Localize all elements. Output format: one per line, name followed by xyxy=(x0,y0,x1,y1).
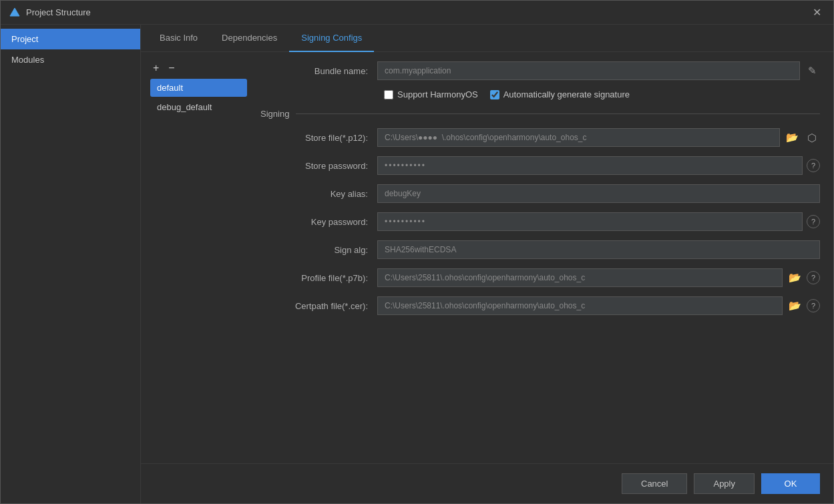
help-profile-file-button[interactable]: ? xyxy=(807,271,820,284)
tab-basic-info[interactable]: Basic Info xyxy=(148,25,210,52)
panel-content: + − default debug_default xyxy=(141,52,833,463)
auto-signature-input[interactable] xyxy=(490,90,499,99)
sidebar: Project Modules xyxy=(1,25,141,503)
key-password-row: Key password: ? xyxy=(260,212,820,231)
store-password-input[interactable] xyxy=(377,156,803,175)
sidebar-item-project[interactable]: Project xyxy=(1,29,140,49)
help-certpath-file-button[interactable]: ? xyxy=(807,299,820,312)
help-key-password-button[interactable]: ? xyxy=(807,215,820,228)
sign-alg-label: Sign alg: xyxy=(260,245,377,255)
tab-dependencies[interactable]: Dependencies xyxy=(210,25,289,52)
ok-button[interactable]: OK xyxy=(761,473,820,494)
close-button[interactable]: ✕ xyxy=(809,5,825,20)
key-alias-row: Key alias: xyxy=(260,184,820,203)
profile-file-row: Profile file(*.p7b): 📂 ? xyxy=(260,268,820,287)
svg-marker-0 xyxy=(10,8,19,16)
key-alias-field xyxy=(377,184,820,203)
config-list: default debug_default xyxy=(150,79,247,116)
config-list-area: + − default debug_default xyxy=(150,61,247,454)
config-item-debug-default[interactable]: debug_default xyxy=(150,98,247,116)
config-details: Bundle name: ✎ xyxy=(247,61,820,454)
config-list-header: + − xyxy=(150,61,247,75)
auto-signature-checkbox[interactable]: Automatically generate signature xyxy=(490,89,630,99)
store-password-field: ? xyxy=(377,156,820,175)
key-alias-input[interactable] xyxy=(377,184,820,203)
profile-file-label: Profile file(*.p7b): xyxy=(260,273,377,283)
bundle-name-input[interactable] xyxy=(377,61,800,80)
store-file-field: 📂 ⬡ xyxy=(377,128,820,147)
key-alias-label: Key alias: xyxy=(260,189,377,199)
certpath-file-input[interactable] xyxy=(377,296,783,315)
store-file-label: Store file(*.p12): xyxy=(260,133,377,143)
right-panel: Basic Info Dependencies Signing Configs … xyxy=(141,25,833,503)
signing-divider: Signing xyxy=(260,109,820,119)
bundle-name-field: ✎ xyxy=(377,61,820,80)
checkboxes-row: Support HarmonyOS Automatically generate… xyxy=(260,89,820,99)
profile-file-input[interactable] xyxy=(377,268,783,287)
store-file-row: Store file(*.p12): 📂 ⬡ xyxy=(260,128,820,147)
browse-store-file-button[interactable]: 📂 xyxy=(784,128,800,147)
key-password-field: ? xyxy=(377,212,820,231)
browse-certpath-file-button[interactable]: 📂 xyxy=(787,296,803,315)
main-content: Project Modules Basic Info Dependencies … xyxy=(1,25,833,503)
cancel-button[interactable]: Cancel xyxy=(622,473,687,494)
support-harmonyos-input[interactable] xyxy=(384,90,393,99)
app-logo-icon xyxy=(9,7,21,19)
add-config-button[interactable]: + xyxy=(150,61,162,75)
sign-alg-input[interactable] xyxy=(377,240,820,259)
project-structure-dialog: Project Structure ✕ Project Modules Basi… xyxy=(0,0,834,504)
browse-profile-file-button[interactable]: 📂 xyxy=(787,268,803,287)
title-left: Project Structure xyxy=(9,7,91,19)
config-layout: + − default debug_default xyxy=(150,61,820,454)
sidebar-item-modules[interactable]: Modules xyxy=(1,49,140,70)
profile-file-field: 📂 ? xyxy=(377,268,820,287)
dialog-footer: Cancel Apply OK xyxy=(141,463,833,503)
support-harmonyos-checkbox[interactable]: Support HarmonyOS xyxy=(384,89,478,99)
config-item-default[interactable]: default xyxy=(150,79,247,97)
checkbox-row: Support HarmonyOS Automatically generate… xyxy=(377,89,630,99)
edit-bundle-name-button[interactable]: ✎ xyxy=(804,61,820,80)
certpath-file-label: Certpath file(*.cer): xyxy=(260,301,377,311)
title-bar: Project Structure ✕ xyxy=(1,1,833,25)
key-password-input[interactable] xyxy=(377,212,803,231)
store-file-input[interactable] xyxy=(377,128,780,147)
divider-line xyxy=(296,113,820,114)
remove-config-button[interactable]: − xyxy=(166,61,177,75)
apply-button[interactable]: Apply xyxy=(694,473,755,494)
bundle-name-row: Bundle name: ✎ xyxy=(260,61,820,80)
key-password-label: Key password: xyxy=(260,217,377,227)
tab-signing-configs[interactable]: Signing Configs xyxy=(289,25,374,52)
store-password-row: Store password: ? xyxy=(260,156,820,175)
signing-section-label: Signing xyxy=(260,109,289,119)
store-password-label: Store password: xyxy=(260,161,377,171)
dialog-title: Project Structure xyxy=(26,7,91,17)
help-store-password-button[interactable]: ? xyxy=(807,159,820,172)
certpath-file-field: 📂 ? xyxy=(377,296,820,315)
bundle-name-label: Bundle name: xyxy=(260,66,377,76)
sign-alg-field xyxy=(377,240,820,259)
certpath-file-row: Certpath file(*.cer): 📂 ? xyxy=(260,296,820,315)
fingerprint-store-button[interactable]: ⬡ xyxy=(804,128,820,147)
sign-alg-row: Sign alg: xyxy=(260,240,820,259)
tab-bar: Basic Info Dependencies Signing Configs xyxy=(141,25,833,52)
